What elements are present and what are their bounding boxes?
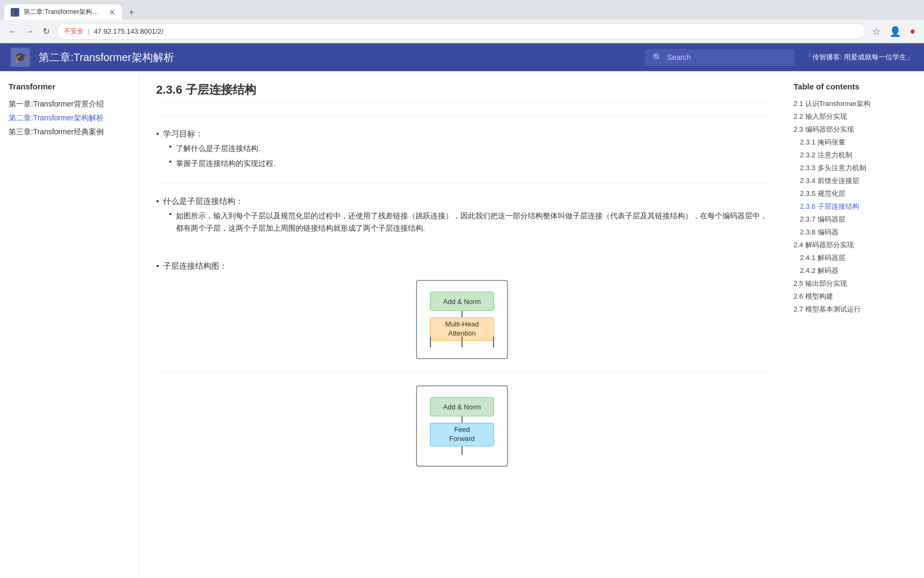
- toc-item[interactable]: 2.4.1 解码器层: [794, 252, 915, 264]
- toc-items: 2.1 认识Transformer架构2.2 输入部分实现2.3 编码器部分实现…: [794, 97, 915, 316]
- bookmark-button[interactable]: ☆: [870, 24, 883, 40]
- toc-item[interactable]: 2.6 模型构建: [794, 290, 915, 303]
- security-indicator: 不安全: [64, 27, 83, 36]
- diagram-1: Add & Norm Multi-HeadAttention: [416, 280, 508, 359]
- toc-item[interactable]: 2.3.7 编码器层: [794, 213, 915, 226]
- toc-item[interactable]: 2.3.1 掩码张量: [794, 136, 915, 149]
- tab-favicon: 🎓: [11, 8, 19, 17]
- divider-2: [156, 183, 768, 184]
- back-button[interactable]: ←: [6, 25, 19, 39]
- toc-item[interactable]: 2.7 模型基本测试运行: [794, 303, 915, 316]
- search-box[interactable]: 🔍 Search: [645, 49, 795, 66]
- sub-bullet-2: • 掌握子层连接结构的实现过程.: [169, 157, 768, 170]
- url-address: 47.92.175.143:8001/2/: [94, 27, 163, 35]
- sub-bullet-text-2: 掌握子层连接结构的实现过程.: [176, 157, 275, 170]
- sidebar-item-ch3[interactable]: 第三章:Transformer经典案例: [9, 125, 130, 139]
- divider-4: [156, 372, 768, 372]
- arrow-1: [461, 311, 463, 317]
- section-what-is: • 什么是子层连接结构： • 如图所示，输入到每个子层以及规范化层的过程中，还使…: [156, 196, 768, 235]
- toc-item[interactable]: 2.3.4 前馈全连接层: [794, 174, 915, 187]
- browser-chrome: 🎓 第二章:Transformer架构解析 - ✕ + ← → ↻ 不安全 | …: [0, 0, 924, 43]
- what-is-label: 什么是子层连接结构：: [163, 196, 243, 207]
- sub-bullet-1: • 了解什么是子层连接结构.: [169, 142, 768, 155]
- sub-bullet-dot-2: •: [169, 157, 172, 170]
- sidebar: Transformer 第一章:Transformer背景介绍 第二章:Tran…: [0, 71, 139, 578]
- tab-title: 第二章:Transformer架构解析 -: [24, 7, 103, 17]
- bullet-what-is: • 什么是子层连接结构：: [156, 196, 768, 207]
- toc-item[interactable]: 2.3.3 多头注意力机制: [794, 162, 915, 174]
- sidebar-item-ch2[interactable]: 第二章:Transformer架构解析: [9, 111, 130, 125]
- sub-bullet-text-1: 了解什么是子层连接结构.: [176, 142, 260, 155]
- browser-actions: ☆ 👤 ●: [870, 24, 918, 40]
- page-title: 2.3.6 子层连接结构: [156, 82, 768, 103]
- toc-item[interactable]: 2.4.2 解码器: [794, 264, 915, 277]
- sidebar-item-ch1[interactable]: 第一章:Transformer背景介绍: [9, 97, 130, 111]
- toc-sidebar: Table of contents 2.1 认识Transformer架构2.2…: [785, 71, 924, 578]
- url-bar[interactable]: 不安全 | 47.92.175.143:8001/2/: [56, 23, 866, 40]
- extensions-button[interactable]: ●: [907, 24, 918, 39]
- description-text: 如图所示，输入到每个子层以及规范化层的过程中，还使用了残差链接（跳跃连接），因此…: [176, 210, 768, 235]
- active-tab[interactable]: 🎓 第二章:Transformer架构解析 - ✕: [4, 4, 122, 20]
- diagram-label: 子层连接结构图：: [163, 261, 227, 271]
- mha-text: Multi-HeadAttention: [445, 320, 479, 338]
- bullet-dot-3: •: [156, 261, 159, 271]
- app-header: 🎓 第二章:Transformer架构解析 🔍 Search 「传智播客: 用爱…: [0, 43, 924, 71]
- sub-bullet-dot-1: •: [169, 142, 172, 155]
- profile-button[interactable]: 👤: [887, 24, 903, 40]
- tab-bar: 🎓 第二章:Transformer架构解析 - ✕ +: [0, 0, 924, 20]
- diagram-2: Add & Norm FeedForward: [416, 385, 508, 467]
- add-norm-box-1: Add & Norm: [430, 292, 494, 311]
- learning-goals-label: 学习目标：: [163, 129, 203, 139]
- tab-close-button[interactable]: ✕: [109, 8, 116, 17]
- section-learning-goals: • 学习目标： • 了解什么是子层连接结构. • 掌握子层连接结构的实现过程.: [156, 129, 768, 170]
- bullet-diagram: • 子层连接结构图：: [156, 261, 768, 271]
- reload-button[interactable]: ↻: [41, 24, 52, 39]
- ff-text: FeedForward: [449, 425, 475, 444]
- url-separator: |: [88, 27, 89, 35]
- toc-item[interactable]: 2.3.6 子层连接结构: [794, 200, 915, 213]
- bullet-learning-goals: • 学习目标：: [156, 129, 768, 139]
- bullet-dot: •: [156, 129, 159, 139]
- toc-item[interactable]: 2.1 认识Transformer架构: [794, 97, 915, 110]
- add-norm-box-2: Add & Norm: [430, 397, 494, 416]
- divider-3: [156, 248, 768, 248]
- toc-item[interactable]: 2.2 输入部分实现: [794, 110, 915, 123]
- bullet-dot-2: •: [156, 196, 159, 207]
- app-title: 第二章:Transformer架构解析: [38, 50, 645, 65]
- arrow-3: [461, 416, 463, 423]
- search-icon: 🔍: [652, 52, 663, 63]
- main-content: 2.3.6 子层连接结构 • 学习目标： • 了解什么是子层连接结构. • 掌握…: [139, 71, 785, 578]
- forward-button[interactable]: →: [24, 25, 36, 39]
- address-bar: ← → ↻ 不安全 | 47.92.175.143:8001/2/ ☆ 👤 ●: [0, 20, 924, 43]
- header-slogan: 「传智播客: 用爱成就每一位学生」: [805, 52, 913, 62]
- fork-center: [461, 337, 463, 347]
- diagram-1-container: Add & Norm Multi-HeadAttention: [156, 280, 768, 359]
- toc-item[interactable]: 2.3.5 规范化层: [794, 187, 915, 200]
- divider-1: [156, 116, 768, 116]
- section-diagram: • 子层连接结构图：: [156, 261, 768, 271]
- fork-right: [493, 337, 494, 347]
- sidebar-heading: Transformer: [9, 82, 130, 91]
- toc-item[interactable]: 2.4 解码器部分实现: [794, 239, 915, 252]
- toc-heading: Table of contents: [794, 82, 915, 91]
- toc-item[interactable]: 2.3.8 编码器: [794, 226, 915, 239]
- toc-item[interactable]: 2.3 编码器部分实现: [794, 123, 915, 136]
- new-tab-button[interactable]: +: [124, 5, 139, 20]
- app-logo: 🎓: [11, 48, 30, 67]
- toc-item[interactable]: 2.3.2 注意力机制: [794, 149, 915, 162]
- toc-item[interactable]: 2.5 输出部分实现: [794, 277, 915, 290]
- ff-box: FeedForward: [430, 423, 494, 446]
- main-layout: Transformer 第一章:Transformer背景介绍 第二章:Tran…: [0, 71, 924, 578]
- diagram-2-container: Add & Norm FeedForward: [156, 385, 768, 467]
- fork-left: [430, 337, 431, 347]
- sub-bullet-description: • 如图所示，输入到每个子层以及规范化层的过程中，还使用了残差链接（跳跃连接），…: [169, 210, 768, 235]
- sub-bullet-dot-desc: •: [169, 210, 172, 235]
- arrow-4: [461, 446, 463, 455]
- search-placeholder: Search: [667, 53, 691, 62]
